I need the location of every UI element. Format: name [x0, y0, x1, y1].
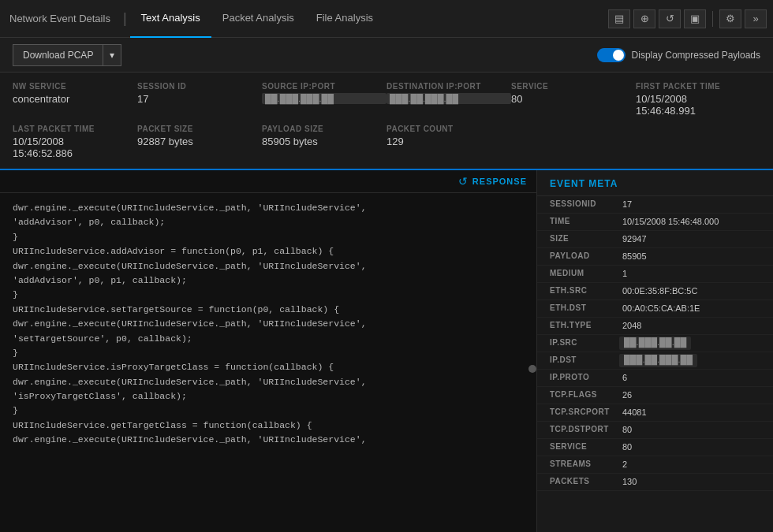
meta-empty-2 — [636, 125, 760, 159]
meta-session-id: SESSION ID 17 — [137, 82, 262, 117]
meta-val-time: 10/15/2008 15:46:48.000 — [616, 214, 725, 230]
meta-row-tcp-flags: TCP.FLAGS 26 — [537, 387, 773, 404]
meta-key-sessionid: SESSIONID — [537, 196, 616, 213]
compressed-payloads-toggle[interactable] — [597, 48, 625, 62]
meta-first-packet: FIRST PACKET TIME 10/15/200815:46:48.991 — [636, 82, 760, 117]
meta-row-tcp-dstport: TCP.DSTPORT 80 — [537, 422, 773, 439]
meta-val-sessionid: 17 — [616, 196, 638, 213]
meta-label-dest-ip: DESTINATION IP:PORT — [386, 82, 511, 91]
meta-label-source-ip: SOURCE IP:PORT — [262, 82, 386, 91]
meta-nw-service: NW SERVICE concentrator — [13, 82, 137, 117]
meta-val-tcp-dstport: 80 — [616, 422, 638, 438]
meta-key-time: TIME — [537, 214, 616, 230]
meta-row-payload: PAYLOAD 85905 — [537, 248, 773, 266]
tab-packet-analysis[interactable]: Packet Analysis — [211, 0, 305, 38]
tab-file-analysis[interactable]: File Analysis — [305, 0, 384, 38]
download-pcap-main[interactable]: Download PCAP — [13, 44, 103, 66]
meta-key-streams: STREAMS — [537, 456, 616, 473]
nav-divider: | — [120, 10, 130, 27]
grid-icon[interactable]: ▤ — [608, 9, 630, 28]
meta-value-source-ip: ██.███.███.██ — [262, 93, 386, 104]
meta-value-nw-service: concentrator — [13, 93, 137, 105]
meta-key-ip-src: IP.SRC — [537, 335, 616, 352]
meta-row-service: SERVICE 80 — [537, 439, 773, 456]
meta-row-eth-type: ETH.TYPE 2048 — [537, 318, 773, 335]
meta-row-1: NW SERVICE concentrator SESSION ID 17 SO… — [13, 82, 760, 117]
meta-row-eth-src: ETH.SRC 00:0E:35:8F:BC:5C — [537, 283, 773, 300]
meta-key-eth-type: ETH.TYPE — [537, 318, 616, 334]
top-nav: Network Event Details | Text Analysis Pa… — [0, 0, 773, 38]
meta-row-streams: STREAMS 2 — [537, 456, 773, 474]
meta-service: SERVICE 80 — [511, 82, 636, 117]
meta-label-last-packet: LAST PACKET TIME — [13, 125, 137, 133]
add-icon[interactable]: ⊕ — [633, 9, 655, 28]
meta-row-time: TIME 10/15/2008 15:46:48.000 — [537, 214, 773, 231]
meta-key-size: SIZE — [537, 231, 616, 247]
main-content: ↺ RESPONSE dwr.engine._execute(URIInclud… — [0, 170, 773, 532]
meta-val-eth-type: 2048 — [616, 318, 648, 334]
meta-empty-1 — [511, 125, 636, 159]
meta-payload-size: PAYLOAD SIZE 85905 bytes — [262, 125, 386, 159]
meta-row-packets: PACKETS 130 — [537, 474, 773, 491]
meta-packet-size: PACKET SIZE 92887 bytes — [137, 125, 262, 159]
meta-value-packet-count: 129 — [386, 136, 511, 147]
meta-value-service: 80 — [511, 93, 636, 105]
text-panel[interactable]: ↺ RESPONSE dwr.engine._execute(URIInclud… — [0, 170, 536, 532]
meta-key-tcp-flags: TCP.FLAGS — [537, 387, 616, 404]
meta-key-ip-dst: IP.DST — [537, 352, 616, 369]
meta-value-first-packet: 10/15/200815:46:48.991 — [636, 93, 760, 117]
meta-val-eth-dst: 00:A0:C5:CA:AB:1E — [616, 300, 706, 317]
toggle-knob — [613, 50, 624, 61]
meta-key-ip-proto: IP.PROTO — [537, 370, 616, 386]
meta-row-size: SIZE 92947 — [537, 231, 773, 248]
meta-source-ip: SOURCE IP:PORT ██.███.███.██ — [262, 82, 386, 117]
meta-val-packets: 130 — [616, 474, 643, 490]
meta-value-dest-ip: ███.██.███.██ — [386, 93, 511, 104]
meta-val-ip-dst: ███.██.███.██ — [619, 354, 697, 367]
meta-value-payload-size: 85905 bytes — [262, 136, 386, 147]
response-label: RESPONSE — [472, 177, 527, 186]
meta-key-eth-src: ETH.SRC — [537, 283, 616, 299]
meta-val-ip-src: ██.███.██.██ — [619, 337, 691, 350]
meta-key-service: SERVICE — [537, 439, 616, 456]
meta-row-sessionid: SESSIONID 17 — [537, 196, 773, 214]
metadata-section: NW SERVICE concentrator SESSION ID 17 SO… — [0, 73, 773, 170]
compressed-payloads-toggle-container: Display Compressed Payloads — [597, 48, 760, 62]
meta-val-size: 92947 — [616, 231, 653, 247]
response-header: ↺ RESPONSE — [0, 170, 536, 193]
meta-key-tcp-srcport: TCP.SRCPORT — [537, 404, 616, 421]
meta-row-ip-dst: IP.DST ███.██.███.██ — [537, 352, 773, 370]
refresh-icon[interactable]: ↺ — [659, 9, 681, 28]
more-icon[interactable]: » — [745, 9, 767, 28]
meta-val-tcp-srcport: 44081 — [616, 404, 653, 421]
meta-key-packets: PACKETS — [537, 474, 616, 490]
gear-icon[interactable]: ⚙ — [719, 9, 741, 28]
layout-icon[interactable]: ▣ — [684, 9, 706, 28]
meta-packet-count: PACKET COUNT 129 — [386, 125, 511, 159]
meta-label-first-packet: FIRST PACKET TIME — [636, 82, 760, 91]
meta-row-ip-src: IP.SRC ██.███.██.██ — [537, 335, 773, 352]
meta-val-ip-proto: 6 — [616, 370, 633, 386]
meta-val-tcp-flags: 26 — [616, 387, 638, 404]
meta-row-eth-dst: ETH.DST 00:A0:C5:CA:AB:1E — [537, 300, 773, 318]
meta-key-payload: PAYLOAD — [537, 248, 616, 265]
meta-row-medium: MEDIUM 1 — [537, 266, 773, 283]
meta-last-packet: LAST PACKET TIME 10/15/200815:46:52.886 — [13, 125, 137, 159]
meta-label-packet-size: PACKET SIZE — [137, 125, 262, 133]
icon-separator — [712, 11, 713, 27]
download-pcap-button[interactable]: Download PCAP ▾ — [13, 44, 121, 66]
toggle-label: Display Compressed Payloads — [632, 50, 760, 61]
toolbar: Download PCAP ▾ Display Compressed Paylo… — [0, 38, 773, 73]
meta-row-ip-proto: IP.PROTO 6 — [537, 370, 773, 387]
meta-val-payload: 85905 — [616, 248, 653, 265]
event-meta-table: SESSIONID 17 TIME 10/15/2008 15:46:48.00… — [537, 196, 773, 491]
meta-value-packet-size: 92887 bytes — [137, 136, 262, 147]
meta-row-tcp-srcport: TCP.SRCPORT 44081 — [537, 404, 773, 422]
nav-icon-group: ▤ ⊕ ↺ ▣ ⚙ » — [608, 9, 767, 28]
meta-label-session-id: SESSION ID — [137, 82, 262, 91]
tab-text-analysis[interactable]: Text Analysis — [130, 0, 211, 38]
download-pcap-arrow[interactable]: ▾ — [103, 44, 121, 66]
meta-row-2: LAST PACKET TIME 10/15/200815:46:52.886 … — [13, 125, 760, 159]
meta-val-eth-src: 00:0E:35:8F:BC:5C — [616, 283, 704, 299]
meta-val-service: 80 — [616, 439, 638, 456]
